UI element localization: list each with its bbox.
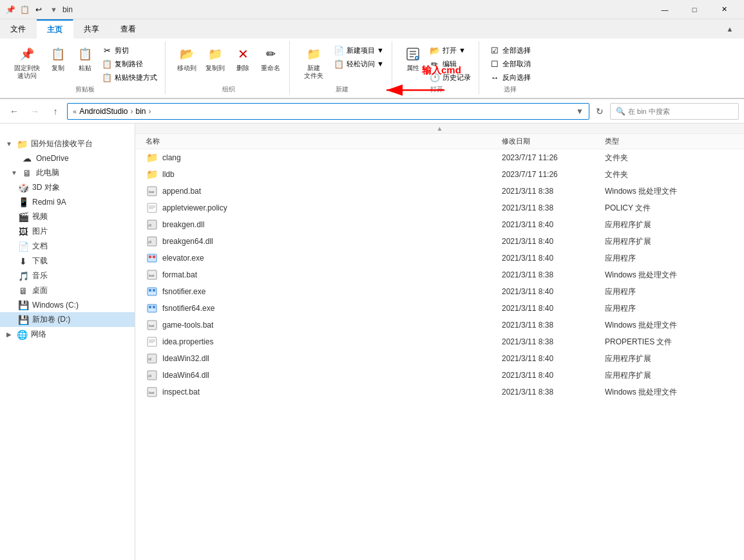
main-area: ▼ 📁 国外短信接收平台 ▶ ☁ OneDrive ▼ 🖥 此电脑 🎲 3D 对…	[0, 124, 744, 560]
sidebar-item-onedrive[interactable]: ▶ ☁ OneDrive	[0, 151, 135, 165]
file-row[interactable]: dll IdeaWin32.dll 2021/3/11 8:40 应用程序扩展	[135, 350, 744, 367]
minimize-button[interactable]: —	[650, 0, 680, 19]
sidebar-item-pictures[interactable]: 🖼 图片	[0, 224, 135, 239]
sidebar-item-label: 文档	[32, 241, 48, 252]
file-row[interactable]: bat append.bat 2021/3/11 8:38 Windows 批处…	[135, 183, 744, 200]
deselect-all-icon: ☐	[490, 59, 500, 69]
new-item-button[interactable]: 📄 新建项目 ▼	[331, 44, 386, 57]
address-bar[interactable]: « AndroidStudio › bin › ▼	[67, 103, 589, 120]
file-row[interactable]: bat format.bat 2021/3/11 8:38 Windows 批处…	[135, 266, 744, 283]
easy-access-label: 轻松访问 ▼	[347, 59, 384, 69]
organize-items: 📂 移动到 📁 复制到 ✕ 删除 ✏ 重命名	[173, 41, 284, 84]
col-date-header[interactable]: 修改日期	[502, 136, 605, 146]
file-name: clang	[162, 153, 502, 162]
file-row[interactable]: 📁 lldb 2023/7/17 11:26 文件夹	[135, 166, 744, 183]
file-name: IdeaWin64.dll	[162, 371, 502, 380]
maximize-button[interactable]: □	[680, 0, 709, 19]
rename-button[interactable]: ✏ 重命名	[257, 44, 284, 73]
sidebar-item-downloads[interactable]: ⬇ 下载	[0, 254, 135, 268]
svg-rect-23	[149, 289, 151, 292]
file-row[interactable]: 📁 clang 2023/7/17 11:26 文件夹	[135, 149, 744, 166]
col-type-header[interactable]: 类型	[605, 136, 734, 146]
new-folder-button[interactable]: 📁 新建文件夹	[298, 44, 330, 81]
file-row[interactable]: dll IdeaWin64.dll 2021/3/11 8:40 应用程序扩展	[135, 367, 744, 384]
pin-icon[interactable]: 📌	[5, 5, 15, 15]
col-name-header[interactable]: 名称	[146, 136, 502, 146]
tab-file[interactable]: 文件	[0, 19, 37, 39]
delete-button[interactable]: ✕ 删除	[230, 44, 256, 73]
sidebar-item-c-drive[interactable]: 💾 Windows (C:)	[0, 298, 135, 312]
deselect-all-button[interactable]: ☐ 全部取消	[487, 57, 533, 70]
tab-share[interactable]: 共享	[73, 19, 110, 39]
select-all-icon: ☑	[490, 45, 500, 55]
sidebar-item-thispc[interactable]: ▼ 🖥 此电脑	[0, 165, 135, 180]
sidebar-item-d-drive[interactable]: 💾 新加卷 (D:)	[0, 312, 135, 327]
close-button[interactable]: ✕	[709, 0, 739, 19]
file-name: IdeaWin32.dll	[162, 354, 502, 363]
svg-text:bat: bat	[149, 391, 155, 395]
move-to-button[interactable]: 📂 移动到	[173, 44, 200, 73]
forward-button[interactable]: →	[26, 102, 44, 120]
edit-button[interactable]: ✏ 编辑	[427, 57, 473, 70]
file-date: 2023/7/17 11:26	[502, 153, 605, 162]
undo-icon[interactable]: ↩	[33, 5, 44, 15]
file-row[interactable]: elevator.exe 2021/3/11 8:40 应用程序	[135, 250, 744, 266]
file-row[interactable]: dll breakgen64.dll 2021/3/11 8:40 应用程序扩展	[135, 233, 744, 250]
sidebar-item-desktop[interactable]: 🖥 桌面	[0, 283, 135, 298]
search-input[interactable]	[628, 107, 733, 115]
copy-to-button[interactable]: 📁 复制到	[202, 44, 229, 73]
sidebar-item-documents[interactable]: 📄 文档	[0, 239, 135, 254]
copy-icon[interactable]: 📋	[19, 5, 30, 15]
svg-text:dll: dll	[148, 223, 151, 227]
tab-view[interactable]: 查看	[110, 19, 147, 39]
sidebar-item-label: OneDrive	[36, 154, 69, 163]
sidebar-item-music[interactable]: 🎵 音乐	[0, 268, 135, 283]
up-button[interactable]: ↑	[46, 102, 64, 120]
select-all-button[interactable]: ☑ 全部选择	[487, 44, 533, 57]
file-name: inspect.bat	[162, 387, 502, 397]
scroll-up[interactable]: ▲	[135, 124, 744, 134]
open-button[interactable]: 📂 打开 ▼	[427, 44, 473, 57]
pin-quickaccess-button[interactable]: 📌 固定到快速访问	[10, 44, 44, 81]
paste-button[interactable]: 📋 粘贴	[72, 44, 98, 73]
svg-text:dll: dll	[148, 374, 151, 378]
file-row[interactable]: idea.properties 2021/3/11 8:38 PROPERTIE…	[135, 333, 744, 350]
file-row[interactable]: appletviewer.policy 2021/3/11 8:38 POLIC…	[135, 200, 744, 216]
sidebar-item-redmi[interactable]: 📱 Redmi 9A	[0, 195, 135, 209]
address-breadcrumb-3[interactable]: bin	[136, 107, 146, 116]
copy-button[interactable]: 📋 复制	[45, 44, 71, 73]
expand-icon: ▶	[10, 154, 18, 162]
refresh-button[interactable]: ↻	[592, 104, 607, 119]
sidebar-item-videos[interactable]: 🎬 视频	[0, 209, 135, 224]
file-row[interactable]: bat inspect.bat 2021/3/11 8:38 Windows 批…	[135, 384, 744, 400]
file-name: elevator.exe	[162, 254, 502, 263]
sidebar-item-3dobjects[interactable]: 🎲 3D 对象	[0, 180, 135, 195]
ribbon-collapse-button[interactable]: ▲	[721, 20, 739, 38]
file-date: 2021/3/11 8:38	[502, 270, 605, 279]
sidebar-item-network[interactable]: ▶ 🌐 网络	[0, 327, 135, 342]
tab-home[interactable]: 主页	[37, 19, 73, 39]
back-button[interactable]: ←	[5, 102, 23, 120]
history-button[interactable]: 🕐 历史记录	[427, 71, 473, 84]
copy-path-button[interactable]: 📋 复制路径	[99, 57, 160, 70]
ribbon-content: 📌 固定到快速访问 📋 复制 📋 粘贴	[0, 39, 744, 98]
sidebar-item-quickaccess[interactable]: ▼ 📁 国外短信接收平台	[0, 136, 135, 151]
svg-rect-9	[148, 203, 157, 212]
easy-access-button[interactable]: 📋 轻松访问 ▼	[331, 57, 386, 70]
file-row[interactable]: dll breakgen.dll 2021/3/11 8:40 应用程序扩展	[135, 216, 744, 233]
address-dropdown-button[interactable]: ▼	[576, 107, 584, 116]
file-name: lldb	[162, 170, 502, 179]
properties-button[interactable]: 属性	[400, 44, 426, 73]
file-date: 2021/3/11 8:40	[502, 237, 605, 246]
address-breadcrumb-1[interactable]: «	[73, 107, 77, 115]
address-breadcrumb-2[interactable]: AndroidStudio	[79, 107, 128, 116]
ribbon-group-select: ☑ 全部选择 ☐ 全部取消 ↔ 反向选择 选择	[482, 41, 539, 94]
invert-select-button[interactable]: ↔ 反向选择	[487, 71, 533, 84]
file-type: 应用程序扩展	[605, 353, 734, 364]
file-row[interactable]: bat game-tools.bat 2021/3/11 8:38 Window…	[135, 317, 744, 333]
cut-button[interactable]: ✂ 剪切	[99, 44, 160, 57]
paste-shortcut-button[interactable]: 📋 粘贴快捷方式	[99, 71, 160, 84]
file-row[interactable]: fsnotifier64.exe 2021/3/11 8:40 应用程序	[135, 300, 744, 317]
file-row[interactable]: fsnotifier.exe 2021/3/11 8:40 应用程序	[135, 283, 744, 300]
svg-text:bat: bat	[149, 190, 155, 194]
